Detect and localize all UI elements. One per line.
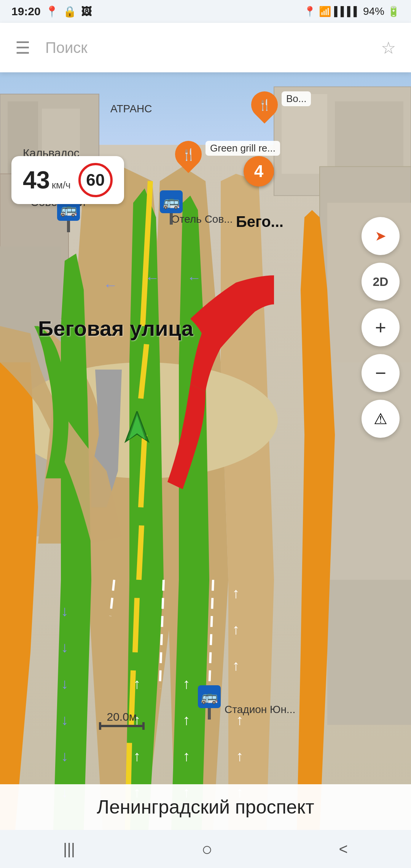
otel-sov-label: Отель Сов...: [171, 213, 233, 225]
svg-text:↑: ↑: [183, 676, 190, 692]
menu-icon[interactable]: ☰: [15, 38, 30, 57]
atrans-label: АТРАНС: [110, 103, 152, 115]
svg-text:←: ←: [103, 277, 118, 293]
svg-line-28: [135, 598, 137, 653]
signal-icon: ▌▌▌▌: [334, 6, 360, 17]
svg-text:↓: ↓: [61, 712, 68, 728]
green-grill-label: Green grill re...: [206, 141, 280, 156]
warning-icon: ⚠: [374, 410, 387, 428]
home-button[interactable]: |||: [63, 841, 75, 858]
distance-line: [99, 725, 145, 727]
bottom-street-name: Ленинградский проспект: [97, 796, 314, 818]
map-controls: ➤ 2D + − ⚠: [362, 217, 400, 438]
search-input[interactable]: Поиск: [45, 39, 366, 56]
status-bar: 19:20 📍 🔒 🖼 📍 📶 ▌▌▌▌ 94% 🔋: [0, 0, 411, 23]
back-button[interactable]: <: [339, 841, 348, 858]
green-grill-poi[interactable]: 🍴 Green grill re...: [175, 141, 202, 168]
speed-limit-sign: 60: [78, 163, 113, 197]
battery-icon: 🔋: [387, 6, 400, 18]
distance-label: 20.0м: [99, 710, 145, 727]
gallery-icon: 🖼: [81, 5, 92, 18]
svg-text:↑: ↑: [232, 657, 240, 673]
svg-text:↑: ↑: [236, 748, 244, 764]
lock-icon: 🔒: [63, 5, 76, 18]
bego-right-label: Бего...: [236, 213, 284, 230]
speed-unit: км/ч: [52, 179, 71, 191]
svg-text:←: ←: [145, 270, 159, 286]
bus-icon-bottom: 🚌: [201, 689, 218, 705]
svg-rect-13: [327, 580, 411, 725]
location-icon: 📍: [45, 5, 59, 18]
svg-text:↓: ↓: [61, 748, 68, 764]
distance-value: 20.0м: [107, 710, 137, 723]
bus-stop-bottom: 🚌: [198, 685, 221, 708]
current-speed: 43: [23, 166, 50, 194]
compass-icon: ➤: [375, 228, 386, 244]
svg-text:↓: ↓: [61, 603, 68, 619]
compass-button[interactable]: ➤: [362, 217, 400, 255]
zoom-in-icon: +: [375, 316, 386, 338]
top-right-poi[interactable]: 🍴 Во...: [251, 91, 278, 118]
svg-rect-7: [335, 101, 403, 174]
svg-text:↑: ↑: [133, 748, 141, 764]
speed-panel: 43 км/ч 60: [11, 156, 124, 204]
status-icons: 📍 📶 ▌▌▌▌ 94% 🔋: [304, 5, 400, 18]
view-2d-button[interactable]: 2D: [362, 263, 400, 301]
svg-text:↑: ↑: [232, 621, 240, 637]
search-bar: ☰ Поиск ☆: [0, 23, 411, 72]
nav-bar: ||| ○ <: [0, 830, 411, 868]
svg-text:↓: ↓: [61, 639, 68, 655]
svg-text:↑: ↑: [183, 748, 190, 764]
svg-text:↓: ↓: [61, 676, 68, 692]
svg-text:↑: ↑: [183, 712, 190, 728]
svg-line-27: [139, 525, 142, 580]
speed-display: 43 км/ч: [23, 168, 71, 192]
svg-text:↑: ↑: [133, 676, 141, 692]
favorites-star-icon[interactable]: ☆: [381, 38, 396, 57]
time: 19:20: [11, 5, 41, 18]
stadion-label: Стадион Юн...: [225, 704, 295, 716]
poi-count-badge[interactable]: 4: [244, 156, 274, 187]
gps-icon: 📍: [304, 6, 316, 18]
svg-text:←: ←: [187, 270, 201, 286]
top-right-poi-label: Во...: [282, 91, 311, 106]
battery-level: 94%: [363, 5, 384, 18]
zoom-in-button[interactable]: +: [362, 308, 400, 346]
begovaya-street-label: Беговая улица: [38, 316, 193, 341]
gps-navigation-arrow: [118, 411, 156, 458]
circle-button[interactable]: ○: [201, 839, 212, 860]
view-2d-label: 2D: [373, 275, 389, 289]
status-time-area: 19:20 📍 🔒 🖼: [11, 5, 92, 18]
warning-button[interactable]: ⚠: [362, 400, 400, 438]
wifi-icon: 📶: [319, 6, 331, 18]
bus-stop-center: 🚌: [160, 190, 183, 213]
zoom-out-button[interactable]: −: [362, 354, 400, 392]
bus-icon-2: 🚌: [163, 194, 180, 210]
zoom-out-icon: −: [375, 362, 386, 384]
map-area[interactable]: ↑ ↑ ↑ ↑ ↑ ↑ ↑ ↑ ↓ ↓ ↓ ↓ ↓ ↓ ← ← ← ↑ ↑ ↑ …: [0, 72, 411, 830]
svg-text:↑: ↑: [232, 585, 240, 601]
bottom-street-bar: Ленинградский проспект: [0, 784, 411, 830]
